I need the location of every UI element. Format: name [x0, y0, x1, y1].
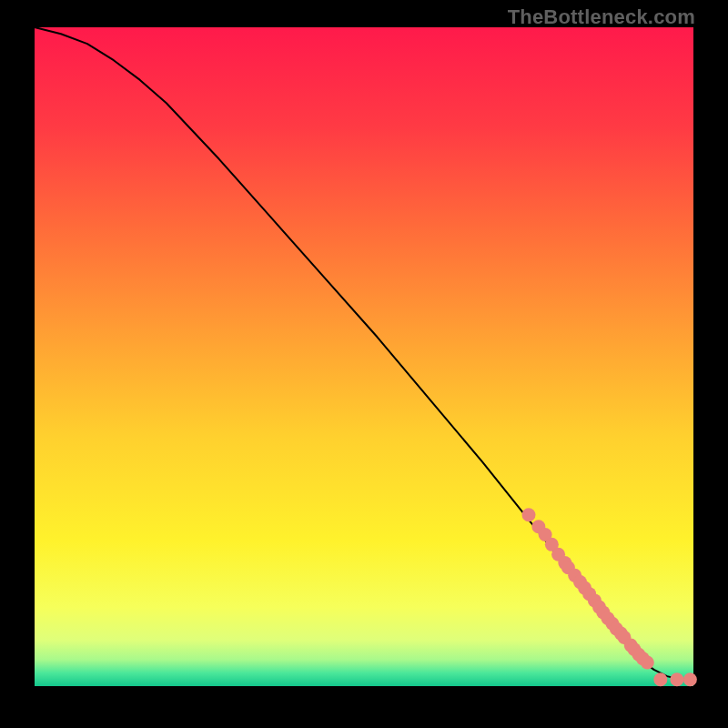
- highlighted-point: [683, 672, 697, 686]
- watermark-text: TheBottleneck.com: [508, 5, 695, 29]
- chart-svg: [35, 27, 693, 686]
- highlighted-point: [522, 508, 536, 521]
- highlighted-point: [653, 672, 667, 686]
- bottleneck-curve: [35, 27, 693, 680]
- highlighted-point: [641, 655, 654, 669]
- curve-layer: [35, 27, 693, 680]
- chart-stage: TheBottleneck.com: [0, 0, 728, 728]
- points-layer: [522, 508, 697, 686]
- plot-area: [35, 27, 693, 686]
- highlighted-point: [670, 672, 683, 686]
